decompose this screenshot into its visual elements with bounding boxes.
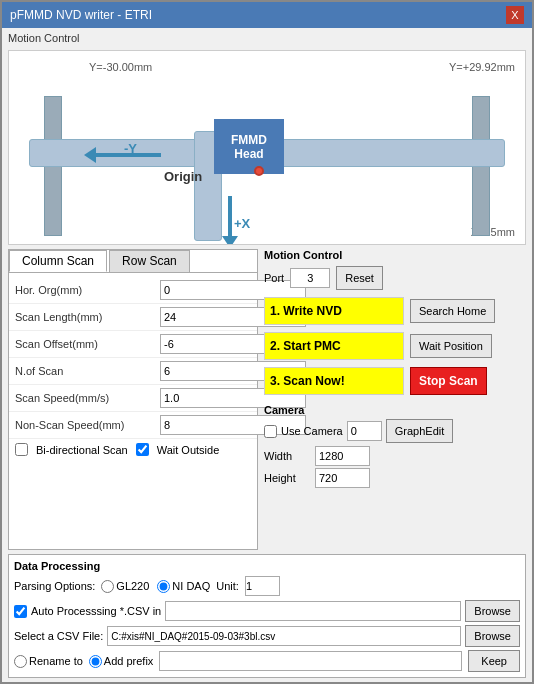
browse2-button[interactable]: Browse: [465, 625, 520, 647]
reset-button[interactable]: Reset: [336, 266, 383, 290]
rename-row: Rename to Add prefix Keep: [14, 650, 520, 672]
pos-x-label: +X: [234, 216, 250, 231]
motion-panel: Motion Control Port Reset 1. Write NVD S…: [264, 249, 526, 550]
tab-row-scan[interactable]: Row Scan: [109, 250, 190, 272]
wait-position-button[interactable]: Wait Position: [410, 334, 492, 358]
y-pos-label: Y=+29.92mm: [449, 61, 515, 73]
auto-proc-input[interactable]: [165, 601, 461, 621]
port-input[interactable]: [290, 268, 330, 288]
port-label: Port: [264, 272, 284, 284]
field-hor-org: Hor. Org(mm): [9, 277, 257, 304]
diagram-area: Y=-30.00mm Y=+29.92mm X=25mm FMMD Head: [8, 50, 526, 245]
search-home-button[interactable]: Search Home: [410, 299, 495, 323]
origin-label: Origin: [164, 169, 202, 184]
field-scan-length: Scan Length(mm): [9, 304, 257, 331]
radio-ni-daq[interactable]: NI DAQ: [157, 580, 210, 593]
hor-org-label: Hor. Org(mm): [15, 284, 160, 296]
height-input[interactable]: [315, 468, 370, 488]
csv-label: Select a CSV File:: [14, 630, 103, 642]
unit-input[interactable]: [245, 576, 280, 596]
add-prefix-radio[interactable]: Add prefix: [89, 655, 154, 668]
radio-group: GL220 NI DAQ: [101, 580, 210, 593]
fmmd-head: FMMD Head: [214, 119, 284, 174]
csv-file-input[interactable]: [107, 626, 461, 646]
origin-dot: [254, 166, 264, 176]
rename-to-radio[interactable]: Rename to: [14, 655, 83, 668]
non-scan-speed-label: Non-Scan Speed(mm): [15, 419, 160, 431]
scan-length-label: Scan Length(mm): [15, 311, 160, 323]
bi-dir-checkbox[interactable]: [15, 443, 28, 456]
auto-proc-label: Auto Processsing *.CSV in: [31, 605, 161, 617]
width-input[interactable]: [315, 446, 370, 466]
n-scan-label: N.of Scan: [15, 365, 160, 377]
start-pmc-button[interactable]: 2. Start PMC: [264, 332, 404, 360]
scan-now-row: 3. Scan Now! Stop Scan: [264, 367, 526, 395]
scan-now-button[interactable]: 3. Scan Now!: [264, 367, 404, 395]
width-label: Width: [264, 450, 309, 462]
field-scan-offset: Scan Offset(mm): [9, 331, 257, 358]
checkbox-row: Bi-directional Scan Wait Outside: [9, 439, 257, 460]
write-nvd-row: 1. Write NVD Search Home: [264, 297, 526, 325]
window-title: pFMMD NVD writer - ETRI: [10, 8, 152, 22]
keep-button[interactable]: Keep: [468, 650, 520, 672]
parsing-options-row: Parsing Options: GL220 NI DAQ Unit:: [14, 576, 520, 596]
scan-fields: Hor. Org(mm) Scan Length(mm) Scan Offset…: [9, 273, 257, 464]
browse1-button[interactable]: Browse: [465, 600, 520, 622]
prefix-input[interactable]: [159, 651, 462, 671]
field-non-scan-speed: Non-Scan Speed(mm): [9, 412, 257, 439]
bi-dir-label: Bi-directional Scan: [36, 444, 128, 456]
parsing-label: Parsing Options:: [14, 580, 95, 592]
scan-speed-label: Scan Speed(mm/s): [15, 392, 160, 404]
width-row: Width: [264, 446, 526, 466]
radio-gl220[interactable]: GL220: [101, 580, 149, 593]
motion-panel-title: Motion Control: [264, 249, 526, 261]
scan-offset-label: Scan Offset(mm): [15, 338, 160, 350]
field-scan-speed: Scan Speed(mm/s): [9, 385, 257, 412]
start-pmc-row: 2. Start PMC Wait Position: [264, 332, 526, 360]
title-bar: pFMMD NVD writer - ETRI X: [2, 2, 532, 28]
auto-proc-row: Auto Processsing *.CSV in Browse: [14, 600, 520, 622]
data-processing-panel: Data Processing Parsing Options: GL220 N…: [8, 554, 526, 678]
stop-scan-button[interactable]: Stop Scan: [410, 367, 487, 395]
neg-y-label: -Y: [124, 141, 137, 156]
motion-control-header: Motion Control: [8, 32, 526, 44]
main-window: pFMMD NVD writer - ETRI X Motion Control…: [0, 0, 534, 684]
camera-section: Camera Use Camera GraphEdit Width Height: [264, 404, 526, 490]
close-button[interactable]: X: [506, 6, 524, 24]
camera-title: Camera: [264, 404, 526, 416]
data-proc-title: Data Processing: [14, 560, 520, 572]
use-camera-label: Use Camera: [281, 425, 343, 437]
y-neg-label: Y=-30.00mm: [89, 61, 152, 73]
wait-outside-checkbox[interactable]: [136, 443, 149, 456]
use-camera-checkbox[interactable]: [264, 425, 277, 438]
graph-edit-button[interactable]: GraphEdit: [386, 419, 454, 443]
unit-label: Unit:: [216, 580, 239, 592]
camera-value-input[interactable]: [347, 421, 382, 441]
height-label: Height: [264, 472, 309, 484]
write-nvd-button[interactable]: 1. Write NVD: [264, 297, 404, 325]
auto-proc-checkbox[interactable]: [14, 605, 27, 618]
arrow-left: [84, 147, 161, 163]
csv-file-row: Select a CSV File: Browse: [14, 625, 520, 647]
port-row: Port Reset: [264, 266, 526, 290]
scan-panel: Column Scan Row Scan Hor. Org(mm) Scan L…: [8, 249, 258, 550]
height-row: Height: [264, 468, 526, 488]
tab-column-scan[interactable]: Column Scan: [9, 250, 107, 272]
use-camera-row: Use Camera GraphEdit: [264, 419, 526, 443]
wait-outside-label: Wait Outside: [157, 444, 220, 456]
field-n-scan: N.of Scan: [9, 358, 257, 385]
